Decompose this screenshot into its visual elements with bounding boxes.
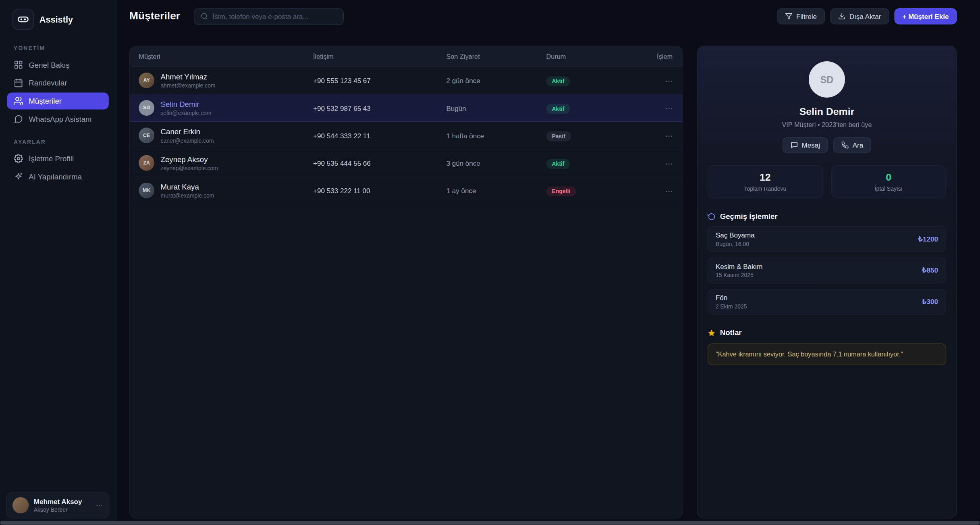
action-cell: ⋯ [657,185,674,196]
customer-subtitle: VIP Müşteri • 2023'ten beri üye [708,121,946,128]
table-header: Müşteri İletişim Son Ziyaret Durum İşlem [130,46,683,67]
sidebar-item-randevular[interactable]: Randevular [7,75,109,92]
filter-button-label: Filtrele [796,12,817,20]
sidebar-item-label: AI Yapılandırma [29,172,82,181]
stat-value: 0 [886,172,891,183]
service-date: 2 Ekim 2025 [716,303,747,310]
table-row[interactable]: MKMurat Kayamurat@example.com+90 533 222… [130,177,683,204]
sidebar-item-musteriler[interactable]: Müşteriler [7,93,109,110]
message-button-label: Mesaj [802,142,820,149]
table-row[interactable]: SDSelin Demirselin@example.com+90 532 98… [130,94,683,122]
search-input[interactable] [213,12,337,20]
sidebar-item-ai-yapilandirma[interactable]: AI Yapılandırma [7,168,109,185]
customer-last-visit: 1 hafta önce [446,131,546,139]
customers-table: Müşteri İletişim Son Ziyaret Durum İşlem… [129,46,683,519]
column-action: İşlem [657,52,675,60]
column-status: Durum [546,52,657,60]
message-button[interactable]: Mesaj [782,137,828,153]
search-box[interactable] [194,8,344,25]
customer-note: "Kahve ikramını seviyor. Saç boyasında 7… [708,343,946,365]
customer-email: caner@example.com [161,137,214,144]
sidebar-item-whatsapp-asistani[interactable]: WhatsApp Asistanı [7,111,109,128]
service-date: 15 Kasım 2025 [716,272,763,279]
sidebar-item-label: Müşteriler [29,97,62,106]
row-menu-button[interactable]: ⋯ [665,104,674,113]
customer-name: Selin Demir [161,100,212,108]
customer-name: Selin Demir [708,106,946,118]
customer-name: Murat Kaya [161,182,214,191]
customer-last-visit: Bugün [446,104,546,112]
status-cell: Aktif [546,102,657,114]
history-list: Saç BoyamaBugün, 16:00₺1200Kesim & Bakım… [708,226,946,315]
phone-icon [841,142,849,149]
notes-section-header: Notlar [708,328,946,337]
star-icon [708,329,716,337]
status-cell: Engelli [546,185,657,196]
customer-email: ahmet@example.com [161,82,216,89]
history-section-header: Geçmiş İşlemler [708,212,946,221]
horizontal-scrollbar[interactable] [0,521,980,525]
customer-phone: +90 555 123 45 67 [313,77,446,84]
column-contact: İletişim [313,52,446,60]
service-price: ₺850 [922,267,938,275]
topbar: Müşteriler Filtrele Dışa Aktar + Müşteri… [116,0,980,33]
customer-stats: 12 Toplam Randevu 0 İptal Sayısı [708,165,946,198]
customer-phone: +90 533 222 11 00 [313,187,446,194]
app-name: Assistly [39,15,73,25]
app-root: Assistly YÖNETİMGenel BakışRandevularMüş… [0,0,980,525]
customer-phone: +90 535 444 55 66 [313,159,446,167]
filter-button[interactable]: Filtrele [777,8,825,24]
stat-total-appointments: 12 Toplam Randevu [708,165,823,198]
sidebar-item-isletme-profili[interactable]: İşletme Profili [7,150,109,167]
add-customer-button[interactable]: + Müşteri Ekle [894,8,957,24]
customer-avatar: SD [809,61,845,98]
service-price: ₺1200 [918,235,938,243]
call-button[interactable]: Ara [833,137,872,153]
stat-label: İptal Sayısı [875,185,903,192]
customer-last-visit: 3 gün önce [446,159,546,167]
status-cell: Aktif [546,75,657,86]
search-icon [201,12,208,20]
table-row[interactable]: CECaner Erkincaner@example.com+90 544 33… [130,122,683,149]
table-row[interactable]: ZAZeynep Aksoyzeynep@example.com+90 535 … [130,150,683,177]
call-button-label: Ara [853,142,864,149]
export-button-label: Dışa Aktar [849,12,881,20]
column-last-visit: Son Ziyaret [446,52,546,60]
row-menu-button[interactable]: ⋯ [665,186,674,195]
sidebar-item-label: İşletme Profili [29,154,74,163]
filter-icon [785,12,793,20]
customer-actions: Mesaj Ara [708,137,946,153]
customer-photo-avatar: SD [139,100,154,116]
sidebar-item-genel-bakis[interactable]: Genel Bakış [7,56,109,73]
customer-email: selin@example.com [161,110,212,116]
history-item: Kesim & Bakım15 Kasım 2025₺850 [708,258,946,283]
row-menu-button[interactable]: ⋯ [665,131,674,140]
status-cell: Aktif [546,157,657,169]
row-menu-button[interactable]: ⋯ [665,76,674,85]
sidebar-item-label: Randevular [29,79,67,88]
message-icon [791,142,798,149]
user-menu-button[interactable]: ⋯ [96,501,103,510]
table-row[interactable]: AYAhmet Yılmazahmet@example.com+90 555 1… [130,67,683,94]
sidebar-item-label: Genel Bakış [29,60,69,69]
customer-cell: ZAZeynep Aksoyzeynep@example.com [139,155,313,171]
service-name: Kesim & Bakım [716,262,763,270]
user-card[interactable]: Mehmet Aksoy Aksoy Berber ⋯ [6,492,110,519]
sidebar-nav: YÖNETİMGenel BakışRandevularMüşterilerWh… [0,35,116,186]
history-item: Saç BoyamaBugün, 16:00₺1200 [708,226,946,252]
customer-last-visit: 1 ay önce [446,187,546,194]
customer-name: Ahmet Yılmaz [161,72,216,81]
status-badge: Aktif [546,159,570,169]
status-badge: Engelli [546,186,576,196]
sidebar-item-label: WhatsApp Asistanı [29,115,91,124]
customer-last-visit: 2 gün önce [446,77,546,84]
add-customer-button-label: + Müşteri Ekle [902,12,949,20]
download-icon [838,12,846,20]
service-date: Bugün, 16:00 [716,241,755,247]
grid-icon [14,60,23,69]
export-button[interactable]: Dışa Aktar [830,8,889,24]
main-content: Müşteriler Filtrele Dışa Aktar + Müşteri… [116,0,980,525]
row-menu-button[interactable]: ⋯ [665,158,674,168]
topbar-actions: Filtrele Dışa Aktar + Müşteri Ekle [777,8,957,24]
stat-label: Toplam Randevu [744,185,786,192]
